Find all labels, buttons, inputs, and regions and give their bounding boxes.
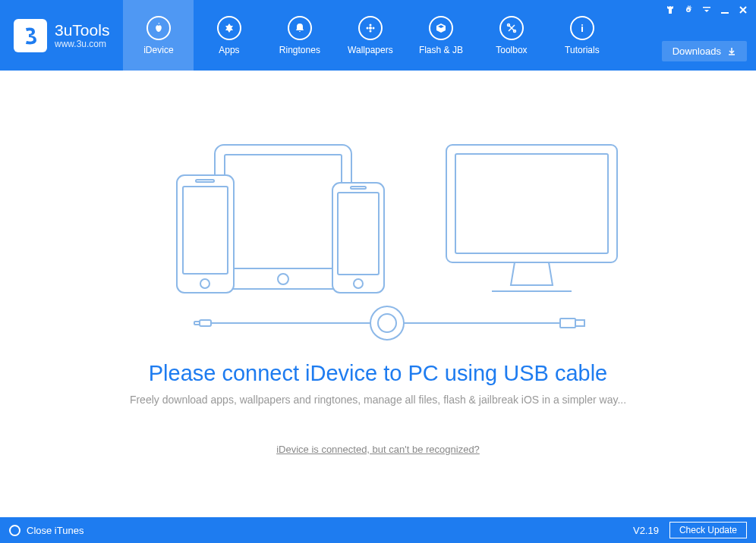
nav-label: Flash & JB bbox=[419, 45, 463, 55]
download-icon bbox=[727, 47, 736, 56]
nav-apps[interactable]: Apps bbox=[194, 0, 264, 71]
app-logo bbox=[14, 19, 47, 52]
nav-label: Tutorials bbox=[565, 45, 600, 55]
nav-toolbox[interactable]: Toolbox bbox=[476, 0, 547, 71]
app-url: www.3u.com bbox=[55, 39, 109, 49]
downloads-button[interactable]: Downloads bbox=[662, 41, 747, 61]
downloads-label: Downloads bbox=[673, 46, 721, 57]
version-label: V2.19 bbox=[633, 525, 659, 536]
main-nav: iDevice Apps Ringtones Wallpapers Flash … bbox=[123, 0, 617, 71]
svg-point-26 bbox=[370, 306, 404, 340]
svg-rect-12 bbox=[225, 155, 342, 268]
svg-point-13 bbox=[278, 274, 288, 284]
flower-icon bbox=[358, 16, 383, 40]
svg-point-7 bbox=[581, 24, 583, 26]
spinner-icon bbox=[9, 525, 20, 536]
apple-icon bbox=[146, 16, 171, 40]
nav-idevice[interactable]: iDevice bbox=[123, 0, 194, 71]
svg-point-0 bbox=[369, 27, 372, 30]
svg-rect-31 bbox=[560, 319, 575, 328]
check-update-button[interactable]: Check Update bbox=[669, 522, 747, 538]
svg-rect-29 bbox=[200, 320, 211, 326]
subheadline: Freely download apps, wallpapers and rin… bbox=[130, 394, 626, 406]
check-update-label: Check Update bbox=[679, 525, 737, 535]
headline: Please connect iDevice to PC using USB c… bbox=[149, 361, 607, 386]
nav-tutorials[interactable]: Tutorials bbox=[547, 0, 617, 71]
main-content: Please connect iDevice to PC using USB c… bbox=[0, 71, 756, 517]
bell-icon bbox=[288, 16, 312, 40]
svg-point-27 bbox=[378, 314, 396, 332]
nav-label: Wallpapers bbox=[348, 45, 393, 55]
svg-rect-11 bbox=[215, 145, 351, 289]
window-controls bbox=[665, 5, 748, 15]
svg-rect-9 bbox=[703, 7, 710, 8]
svg-point-4 bbox=[372, 27, 374, 29]
nav-label: Ringtones bbox=[279, 45, 320, 55]
dropdown-icon[interactable] bbox=[701, 5, 712, 15]
footer: Close iTunes V2.19 Check Update bbox=[0, 517, 756, 543]
svg-rect-23 bbox=[455, 154, 608, 253]
svg-rect-32 bbox=[575, 320, 584, 326]
nav-label: Toolbox bbox=[496, 45, 527, 55]
nav-flash-jb[interactable]: Flash & JB bbox=[405, 0, 476, 71]
help-link[interactable]: iDevice is connected, but can't be recog… bbox=[276, 444, 480, 455]
apps-icon bbox=[217, 16, 241, 40]
box-icon bbox=[429, 16, 453, 40]
svg-rect-10 bbox=[721, 12, 729, 14]
svg-point-2 bbox=[369, 30, 371, 32]
brand: 3uTools www.3u.com bbox=[0, 0, 123, 71]
header: 3uTools www.3u.com iDevice Apps Ringtone… bbox=[0, 0, 756, 71]
nav-wallpapers[interactable]: Wallpapers bbox=[335, 0, 405, 71]
minimize-icon[interactable] bbox=[720, 5, 730, 15]
settings-icon[interactable] bbox=[683, 5, 694, 15]
svg-rect-18 bbox=[332, 183, 384, 293]
svg-rect-22 bbox=[446, 145, 617, 262]
app-title: 3uTools bbox=[55, 21, 109, 39]
close-itunes-button[interactable]: Close iTunes bbox=[9, 525, 83, 536]
tools-icon bbox=[499, 16, 524, 40]
svg-point-3 bbox=[366, 27, 368, 29]
svg-point-1 bbox=[369, 24, 371, 26]
svg-rect-14 bbox=[177, 175, 234, 293]
svg-rect-8 bbox=[581, 27, 583, 32]
nav-label: Apps bbox=[219, 45, 239, 55]
close-itunes-label: Close iTunes bbox=[27, 525, 83, 536]
nav-ringtones[interactable]: Ringtones bbox=[264, 0, 335, 71]
shirt-icon[interactable] bbox=[665, 5, 676, 15]
info-icon bbox=[570, 16, 594, 40]
svg-rect-30 bbox=[194, 322, 200, 325]
close-icon[interactable] bbox=[738, 5, 748, 15]
connect-illustration bbox=[90, 133, 666, 346]
nav-label: iDevice bbox=[143, 45, 173, 55]
